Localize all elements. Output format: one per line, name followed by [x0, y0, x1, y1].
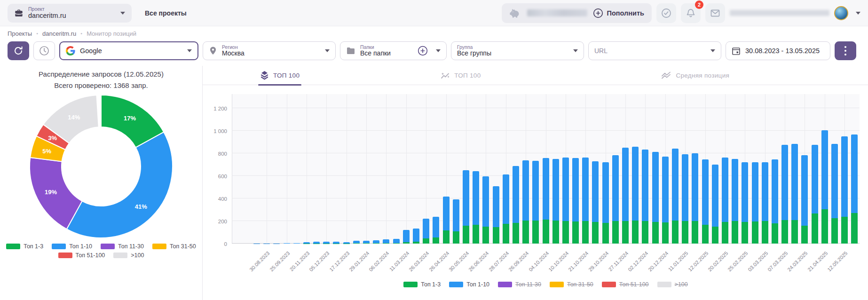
stacked-bar[interactable]	[851, 134, 858, 244]
stacked-bar[interactable]	[313, 242, 320, 244]
stacked-bar[interactable]	[672, 149, 679, 244]
refresh-button[interactable]	[8, 41, 29, 60]
folders-select[interactable]: Папки Все папки	[340, 41, 447, 60]
notifications-button[interactable]: 2	[681, 3, 701, 23]
tasks-button[interactable]	[656, 3, 676, 23]
stacked-bar[interactable]	[652, 152, 659, 244]
stacked-bar[interactable]	[702, 159, 709, 244]
stacked-bar[interactable]	[333, 242, 339, 244]
project-selector[interactable]: Проект danceritm.ru	[8, 4, 132, 23]
stacked-bar[interactable]	[582, 158, 589, 244]
stacked-bar[interactable]	[353, 241, 360, 244]
stacked-bar[interactable]	[463, 170, 469, 244]
stacked-bar[interactable]	[443, 197, 450, 244]
stacked-bar[interactable]	[503, 174, 509, 244]
stacked-bar[interactable]	[592, 161, 599, 244]
bar-legend-item[interactable]: Топ 31-50	[550, 281, 593, 288]
donut-legend-item[interactable]: Топ 1-10	[52, 243, 92, 250]
stacked-bar[interactable]	[383, 239, 389, 244]
stacked-bar[interactable]	[453, 199, 459, 244]
topup-button[interactable]: Пополнить	[593, 8, 644, 18]
donut-slice-Топ 1-10[interactable]	[67, 132, 173, 238]
donut-legend-item[interactable]: Топ 31-50	[152, 243, 196, 250]
avatar[interactable]	[834, 6, 848, 20]
group-select[interactable]: Группа Все группы	[451, 41, 584, 60]
stacked-bar[interactable]	[493, 186, 499, 244]
stacked-bar[interactable]	[522, 160, 529, 244]
tab-top100-stacked[interactable]: ТОП 100	[258, 66, 301, 85]
stacked-bar[interactable]	[692, 153, 698, 244]
stacked-bar[interactable]	[293, 243, 300, 244]
stacked-bar[interactable]	[403, 230, 410, 244]
legend-swatch	[113, 253, 127, 258]
tab-top100-line[interactable]: ТОП 100	[439, 66, 482, 85]
stacked-bar[interactable]	[323, 242, 330, 244]
stacked-bar[interactable]	[602, 162, 609, 244]
stacked-bar[interactable]	[393, 239, 400, 244]
bar-legend-item[interactable]: Топ 1-10	[449, 281, 489, 288]
more-options-button[interactable]	[835, 41, 856, 60]
stacked-bar[interactable]	[473, 171, 479, 244]
stacked-bar[interactable]	[732, 159, 738, 244]
stacked-bar[interactable]	[781, 145, 788, 244]
stacked-bar[interactable]	[821, 130, 828, 244]
add-folder-button[interactable]	[417, 45, 428, 56]
stacked-bar[interactable]	[433, 217, 439, 244]
stacked-bar[interactable]	[791, 144, 798, 244]
region-select[interactable]: Регион Москва	[203, 41, 336, 60]
stacked-bar[interactable]	[284, 243, 290, 244]
bar-legend-item[interactable]: Топ 11-30	[498, 281, 541, 288]
stacked-bar[interactable]	[413, 229, 419, 244]
date-range-picker[interactable]: 30.08.2023 - 13.05.2025	[726, 41, 830, 60]
clock-icon	[39, 45, 50, 56]
donut-legend-item[interactable]: Топ 51-100	[58, 252, 105, 259]
breadcrumb-site[interactable]: danceritm.ru	[42, 30, 76, 37]
stacked-bar[interactable]	[373, 240, 379, 244]
stacked-bar[interactable]	[612, 155, 619, 244]
stacked-bar[interactable]	[682, 154, 688, 244]
donut-legend-item[interactable]: Топ 1-3	[6, 243, 43, 250]
all-projects-link[interactable]: Все проекты	[145, 9, 187, 17]
user-menu-chevron-icon[interactable]	[856, 12, 860, 15]
stacked-bar[interactable]	[622, 148, 629, 244]
stacked-bar[interactable]	[363, 241, 370, 244]
stacked-bar[interactable]	[762, 162, 768, 244]
stacked-bar[interactable]	[831, 144, 838, 244]
location-pin-icon	[209, 46, 217, 55]
stacked-bar[interactable]	[572, 158, 579, 244]
bar-legend-item[interactable]: Топ 1-3	[403, 281, 441, 288]
bar-legend-item[interactable]: Топ 51-100	[602, 281, 649, 288]
stacked-bar[interactable]	[752, 162, 758, 244]
stacked-bar[interactable]	[712, 165, 718, 244]
bar-legend-item[interactable]: >100	[657, 281, 688, 288]
stacked-bar[interactable]	[662, 157, 669, 244]
stacked-bar[interactable]	[562, 158, 569, 244]
legend-swatch	[58, 253, 72, 258]
stacked-bar[interactable]	[632, 147, 639, 244]
stacked-bar[interactable]	[343, 242, 350, 244]
stacked-bar[interactable]	[423, 219, 429, 244]
messages-button[interactable]	[705, 3, 725, 23]
url-select[interactable]: URL	[588, 41, 721, 60]
stacked-bar[interactable]	[742, 162, 748, 244]
stacked-bar[interactable]	[812, 145, 818, 244]
bar-segment-top1-3	[692, 221, 698, 244]
breadcrumb-projects[interactable]: Проекты	[8, 30, 32, 37]
stacked-bar[interactable]	[532, 161, 539, 244]
tab-average-position[interactable]: Средняя позиция	[659, 66, 731, 85]
donut-legend-item[interactable]: Топ 11-30	[101, 243, 144, 250]
stacked-bar[interactable]	[543, 158, 549, 244]
history-button[interactable]	[33, 41, 55, 60]
donut-legend-item[interactable]: >100	[113, 252, 144, 259]
search-engine-select[interactable]: Google	[59, 41, 198, 60]
stacked-bar[interactable]	[642, 150, 648, 244]
stacked-bar[interactable]	[772, 159, 778, 244]
stacked-bar[interactable]	[513, 166, 519, 244]
stacked-bar[interactable]	[552, 159, 559, 244]
stacked-bar[interactable]	[303, 242, 310, 244]
stacked-bar[interactable]	[801, 155, 808, 244]
bar-segment-top1-3	[602, 223, 609, 244]
stacked-bar[interactable]	[482, 176, 489, 244]
stacked-bar[interactable]	[722, 158, 728, 244]
stacked-bar[interactable]	[841, 136, 848, 244]
